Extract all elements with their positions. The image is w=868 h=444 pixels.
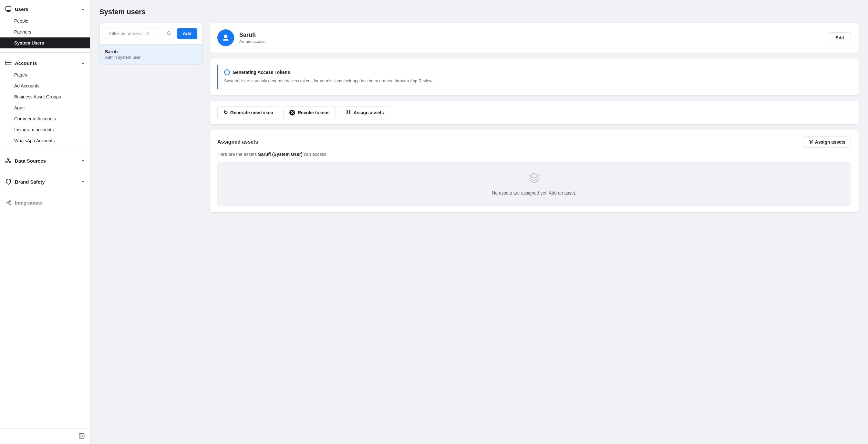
- sidebar-item-pages[interactable]: Pages: [0, 69, 90, 80]
- integrations-icon: [5, 199, 11, 206]
- sidebar-users-section: Users ▲ People Partners System Users: [0, 0, 90, 51]
- action-buttons-bar: ↻ Generate new token ✕ Revoke tokens Ass…: [209, 101, 859, 125]
- sidebar-group-data-sources[interactable]: Data Sources ▼: [0, 154, 90, 167]
- sidebar-group-brand-safety-label: Brand Safety: [15, 179, 45, 184]
- sidebar-group-accounts-header-left: Accounts: [5, 60, 37, 66]
- user-access-level: Admin access: [239, 39, 266, 44]
- sidebar-group-brand-safety[interactable]: Brand Safety ▼: [0, 175, 90, 188]
- user-detail-panel: Sarufi Admin access Edit i Generating Ac…: [209, 23, 859, 213]
- user-info: Sarufi Admin access: [239, 32, 266, 44]
- revoke-tokens-icon: ✕: [289, 110, 295, 115]
- main-content: System users Add Sarufi Admin system use…: [90, 0, 868, 444]
- sidebar-integrations-section: Integrations: [0, 194, 90, 212]
- generate-token-button[interactable]: ↻ Generate new token: [217, 106, 279, 119]
- sidebar-item-commerce-accounts[interactable]: Commerce Accounts: [0, 113, 90, 124]
- sidebar-group-integrations-header-left: Integrations: [5, 199, 42, 206]
- users-chevron-icon: ▲: [81, 7, 85, 11]
- users-icon: [5, 6, 11, 12]
- assign-assets-button-top[interactable]: Assign assets: [340, 106, 390, 119]
- sidebar-group-integrations[interactable]: Integrations: [0, 196, 90, 209]
- filter-input-wrapper: [105, 28, 175, 39]
- accounts-icon: [5, 60, 11, 66]
- sidebar: Users ▲ People Partners System Users Acc…: [0, 0, 90, 444]
- sidebar-group-data-sources-label: Data Sources: [15, 158, 46, 164]
- sidebar-item-apps[interactable]: Apps: [0, 102, 90, 113]
- data-sources-chevron-icon: ▼: [81, 159, 85, 163]
- revoke-tokens-label: Revoke tokens: [298, 110, 330, 115]
- svg-rect-0: [6, 7, 11, 11]
- divider-1: [0, 52, 90, 53]
- sidebar-group-integrations-label: Integrations: [15, 200, 42, 206]
- empty-assets-area: No assets are assigned yet. Add an asset…: [217, 162, 851, 206]
- generate-token-icon: ↻: [223, 109, 228, 115]
- sidebar-brand-safety-section: Brand Safety ▼: [0, 173, 90, 191]
- sidebar-item-whatsapp-accounts[interactable]: WhatsApp Accounts: [0, 135, 90, 146]
- assign-assets-button[interactable]: Assign assets: [803, 136, 851, 148]
- info-banner-text: System Users can only generate access to…: [224, 78, 845, 84]
- info-banner-title: i Generating Access Tokens: [224, 69, 845, 75]
- svg-rect-1: [6, 61, 11, 65]
- user-list-panel: Add Sarufi Admin system user: [99, 23, 203, 65]
- divider-3: [0, 171, 90, 171]
- collapse-sidebar-button[interactable]: [79, 433, 85, 440]
- revoke-tokens-button[interactable]: ✕ Revoke tokens: [283, 106, 336, 119]
- divider-4: [0, 192, 90, 192]
- user-avatar: [217, 29, 234, 46]
- sidebar-accounts-section: Accounts ▲ Pages Ad Accounts Business As…: [0, 54, 90, 149]
- sidebar-group-users-label: Users: [15, 6, 28, 12]
- brand-safety-chevron-icon: ▼: [81, 179, 85, 184]
- divider-2: [0, 150, 90, 150]
- sidebar-group-users-header-left: Users: [5, 6, 28, 12]
- generate-token-label: Generate new token: [230, 110, 273, 115]
- info-card: i Generating Access Tokens System Users …: [209, 58, 859, 96]
- assign-assets-icon-top: [346, 109, 351, 116]
- sidebar-item-ad-accounts[interactable]: Ad Accounts: [0, 80, 90, 91]
- info-banner: i Generating Access Tokens System Users …: [217, 65, 851, 89]
- sidebar-group-accounts[interactable]: Accounts ▲: [0, 57, 90, 69]
- assets-description: Here are the assets Sarufi (System User)…: [217, 152, 851, 157]
- user-header-left: Sarufi Admin access: [217, 29, 266, 46]
- empty-assets-text: No assets are assigned yet. Add an asset…: [492, 191, 577, 196]
- brand-safety-icon: [5, 178, 11, 185]
- sidebar-item-instagram-accounts[interactable]: Instagram accounts: [0, 124, 90, 135]
- sidebar-item-system-users[interactable]: System Users: [0, 37, 90, 48]
- sidebar-item-people[interactable]: People: [0, 15, 90, 27]
- page-title: System users: [99, 8, 859, 16]
- assign-assets-btn-icon: [809, 139, 813, 145]
- assign-assets-btn-label: Assign assets: [815, 139, 845, 144]
- empty-assets-icon: [528, 172, 540, 186]
- search-icon: [166, 31, 171, 36]
- sidebar-group-accounts-label: Accounts: [15, 60, 37, 66]
- sidebar-data-sources-section: Data Sources ▼: [0, 152, 90, 170]
- sidebar-group-users[interactable]: Users ▲: [0, 3, 90, 15]
- content-layout: Add Sarufi Admin system user Sarufi: [99, 23, 859, 213]
- user-list-item[interactable]: Sarufi Admin system user: [100, 44, 203, 64]
- add-button[interactable]: Add: [177, 28, 197, 39]
- user-list-item-name: Sarufi: [105, 49, 197, 54]
- filter-bar: Add: [100, 23, 203, 44]
- edit-button[interactable]: Edit: [829, 32, 851, 43]
- filter-input[interactable]: [105, 28, 175, 39]
- assigned-assets-card: Assigned assets Assign assets Here are t…: [209, 130, 859, 213]
- sidebar-bottom: [0, 429, 90, 444]
- accounts-chevron-icon: ▲: [81, 61, 85, 65]
- assigned-assets-title: Assigned assets: [217, 139, 258, 145]
- user-display-name: Sarufi: [239, 32, 266, 38]
- user-list-item-role: Admin system user: [105, 55, 197, 60]
- sidebar-item-partners[interactable]: Partners: [0, 27, 90, 37]
- sidebar-group-brand-safety-header-left: Brand Safety: [5, 178, 45, 185]
- data-sources-icon: [5, 158, 11, 164]
- user-header-card: Sarufi Admin access Edit: [209, 23, 859, 53]
- assigned-assets-header: Assigned assets Assign assets: [217, 136, 851, 148]
- sidebar-item-business-asset-groups[interactable]: Business Asset Groups: [0, 91, 90, 102]
- assign-assets-label-top: Assign assets: [353, 110, 384, 115]
- info-icon: i: [224, 69, 230, 75]
- sidebar-group-data-sources-header-left: Data Sources: [5, 158, 46, 164]
